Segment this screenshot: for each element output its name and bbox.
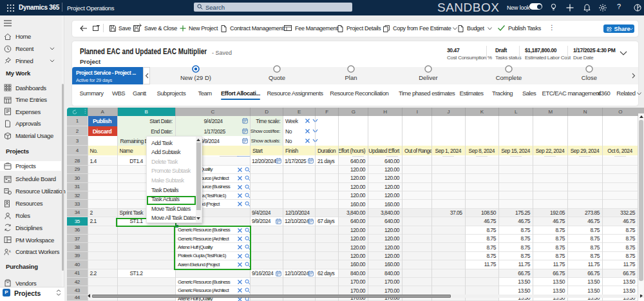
svg-text:A: A <box>9 249 12 253</box>
